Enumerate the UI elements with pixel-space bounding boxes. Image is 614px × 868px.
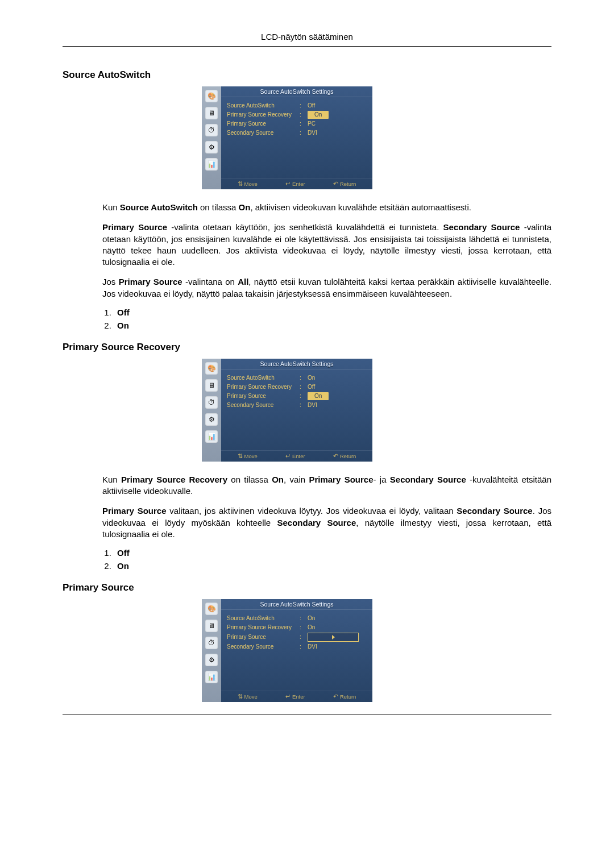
osd-row[interactable]: Source AutoSwitch:Off: [227, 102, 367, 110]
osd-rows: Source AutoSwitch:OffPrimary Source Reco…: [221, 97, 372, 178]
osd-row-colon: :: [300, 383, 305, 391]
option-list: OffOn: [102, 308, 551, 330]
osd-row[interactable]: Source AutoSwitch:On: [227, 374, 367, 382]
osd-row-value[interactable]: On: [305, 624, 367, 632]
osd-row-colon: :: [300, 633, 305, 641]
nav-label: Enter: [292, 453, 305, 459]
osd-row-value[interactable]: On: [305, 374, 367, 382]
osd-row-value[interactable]: DVI: [305, 129, 367, 137]
osd-footer-move[interactable]: ⇅Move: [238, 452, 258, 460]
osd-title: Source AutoSwitch Settings: [221, 86, 372, 97]
osd-panel: 🎨🖥⏱⚙📊Source AutoSwitch SettingsSource Au…: [202, 359, 372, 462]
osd-row-colon: :: [300, 392, 305, 400]
barchart-icon[interactable]: 📊: [205, 430, 218, 443]
bold-term: On: [272, 475, 284, 484]
osd-row-colon: :: [300, 120, 305, 128]
display-icon[interactable]: 🖥: [205, 379, 218, 392]
bold-term: All: [238, 277, 248, 286]
bold-term: Primary Source: [102, 506, 167, 516]
osd-row-label: Source AutoSwitch: [227, 374, 300, 382]
nav-label: Move: [244, 693, 258, 700]
clock-icon[interactable]: ⏱: [205, 124, 218, 136]
clock-icon[interactable]: ⏱: [205, 637, 218, 649]
nav-symbol-icon: ↵: [285, 180, 291, 188]
osd-row-value[interactable]: Off: [305, 383, 367, 391]
osd-row-colon: :: [300, 129, 305, 137]
osd-row-value[interactable]: PC: [305, 120, 367, 128]
nav-label: Return: [340, 693, 356, 700]
display-icon[interactable]: 🖥: [205, 620, 218, 632]
osd-row[interactable]: Primary Source:On: [227, 392, 367, 400]
osd-footer-enter[interactable]: ↵Enter: [285, 180, 305, 188]
osd-row-colon: :: [300, 374, 305, 382]
osd-footer-move[interactable]: ⇅Move: [238, 693, 258, 700]
gear-icon[interactable]: ⚙: [205, 654, 218, 666]
barchart-icon[interactable]: 📊: [205, 671, 218, 683]
nav-label: Return: [340, 453, 356, 459]
nav-symbol-icon: ↶: [333, 180, 338, 188]
osd-rows: Source AutoSwitch:OnPrimary Source Recov…: [221, 610, 372, 691]
bold-term: On: [239, 202, 251, 212]
osd-row[interactable]: Source AutoSwitch:On: [227, 614, 367, 622]
palette-icon[interactable]: 🎨: [205, 603, 218, 615]
barchart-icon[interactable]: 📊: [205, 158, 218, 171]
osd-row-label: Secondary Source: [227, 129, 300, 137]
osd-footer-return[interactable]: ↶Return: [333, 693, 356, 700]
osd-row[interactable]: Secondary Source:DVI: [227, 401, 367, 409]
osd-row-value[interactable]: Off: [305, 102, 367, 110]
bold-term: Secondary Source: [443, 222, 520, 232]
osd-row-value[interactable]: [305, 633, 367, 642]
osd-footer-move[interactable]: ⇅Move: [238, 180, 258, 188]
footer-rule: [63, 715, 551, 715]
osd-row-label: Primary Source Recovery: [227, 111, 300, 119]
osd-row[interactable]: Primary Source:PC: [227, 120, 367, 128]
osd-row-label: Primary Source Recovery: [227, 383, 300, 391]
nav-label: Enter: [292, 693, 305, 700]
osd-icon-column: 🎨🖥⏱⚙📊: [202, 599, 221, 702]
osd-row[interactable]: Primary Source Recovery:Off: [227, 383, 367, 391]
gear-icon[interactable]: ⚙: [205, 141, 218, 153]
osd-row-label: Primary Source Recovery: [227, 624, 300, 632]
osd-row-label: Source AutoSwitch: [227, 102, 300, 110]
bold-term: Secondary Source: [390, 475, 466, 484]
osd-footer-enter[interactable]: ↵Enter: [285, 693, 305, 700]
osd-row-label: Source AutoSwitch: [227, 614, 300, 622]
option-list: OffOn: [102, 548, 551, 571]
osd-footer: ⇅Move↵Enter↶Return: [221, 450, 372, 462]
palette-icon[interactable]: 🎨: [205, 362, 218, 375]
osd-row-value[interactable]: DVI: [305, 401, 367, 409]
nav-symbol-icon: ↶: [333, 452, 338, 460]
osd-row-label: Primary Source: [227, 120, 300, 128]
osd-row-label: Primary Source: [227, 633, 300, 641]
palette-icon[interactable]: 🎨: [205, 90, 218, 102]
section-heading: Source AutoSwitch: [63, 69, 551, 81]
option-item: On: [114, 561, 551, 571]
osd-rows: Source AutoSwitch:OnPrimary Source Recov…: [221, 369, 372, 450]
osd-footer: ⇅Move↵Enter↶Return: [221, 178, 372, 189]
osd-row-colon: :: [300, 643, 305, 651]
bold-term: Primary Source Recovery: [121, 475, 227, 484]
osd-row-label: Primary Source: [227, 392, 300, 400]
osd-row[interactable]: Primary Source:: [227, 633, 367, 642]
osd-footer-return[interactable]: ↶Return: [333, 180, 356, 188]
gear-icon[interactable]: ⚙: [205, 413, 218, 426]
osd-footer-return[interactable]: ↶Return: [333, 452, 356, 460]
nav-symbol-icon: ↵: [285, 693, 291, 700]
osd-footer-enter[interactable]: ↵Enter: [285, 452, 305, 460]
bold-term: Primary Source: [102, 222, 167, 232]
osd-row-label: Secondary Source: [227, 643, 300, 651]
clock-icon[interactable]: ⏱: [205, 396, 218, 409]
osd-row[interactable]: Primary Source Recovery:On: [227, 111, 367, 119]
display-icon[interactable]: 🖥: [205, 107, 218, 119]
option-item: Off: [114, 548, 551, 558]
osd-row-value[interactable]: DVI: [305, 643, 367, 651]
osd-row[interactable]: Secondary Source:DVI: [227, 129, 367, 137]
osd-row[interactable]: Primary Source Recovery:On: [227, 624, 367, 632]
osd-title: Source AutoSwitch Settings: [221, 359, 372, 369]
osd-row-value[interactable]: On: [305, 614, 367, 622]
section-heading: Primary Source Recovery: [63, 342, 551, 353]
osd-row[interactable]: Secondary Source:DVI: [227, 643, 367, 651]
osd-row-value[interactable]: On: [305, 111, 367, 119]
page-header-title: LCD-näytön säätäminen: [63, 32, 551, 41]
osd-row-value[interactable]: On: [305, 392, 367, 400]
